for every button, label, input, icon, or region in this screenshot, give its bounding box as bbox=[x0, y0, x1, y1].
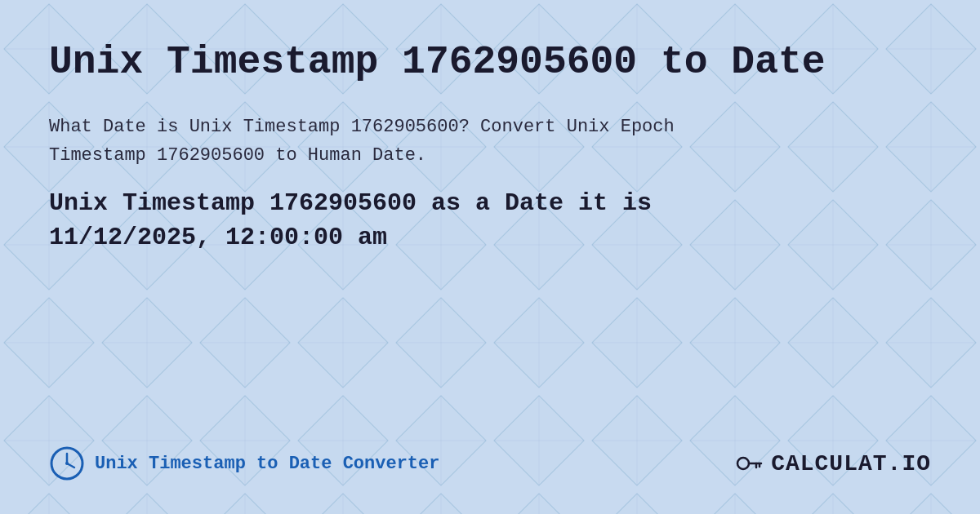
svg-point-13 bbox=[65, 462, 69, 465]
logo-text: CALCULAT.IO bbox=[771, 451, 931, 476]
clock-icon bbox=[49, 445, 85, 481]
logo-icon bbox=[735, 449, 764, 478]
result-line1: Unix Timestamp 1762905600 as a Date it i… bbox=[49, 189, 652, 217]
footer-label: Unix Timestamp to Date Converter bbox=[95, 454, 439, 474]
svg-point-14 bbox=[737, 458, 749, 469]
description-text: What Date is Unix Timestamp 1762905600? … bbox=[49, 113, 931, 170]
footer: Unix Timestamp to Date Converter CALCULA… bbox=[49, 429, 931, 481]
result-line2: 11/12/2025, 12:00:00 am bbox=[49, 224, 387, 251]
result-section: Unix Timestamp 1762905600 as a Date it i… bbox=[49, 186, 931, 255]
description-line1: What Date is Unix Timestamp 1762905600? … bbox=[49, 117, 675, 137]
page-title: Unix Timestamp 1762905600 to Date bbox=[49, 39, 931, 86]
logo-container: CALCULAT.IO bbox=[735, 449, 931, 478]
footer-left: Unix Timestamp to Date Converter bbox=[49, 445, 439, 481]
result-text: Unix Timestamp 1762905600 as a Date it i… bbox=[49, 186, 931, 255]
description-line2: Timestamp 1762905600 to Human Date. bbox=[49, 145, 426, 166]
